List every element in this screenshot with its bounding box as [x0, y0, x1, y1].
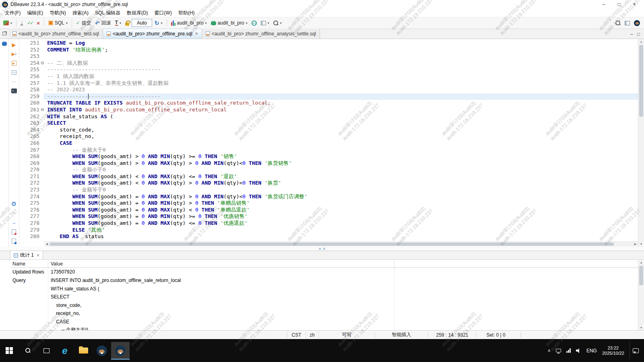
collapse-down-icon[interactable]: ∨	[323, 247, 326, 251]
save-button[interactable]: ↓	[19, 18, 25, 28]
code-line[interactable]: -- 二、插入数据	[43, 60, 638, 67]
chevron-down-icon[interactable]: ▾	[280, 21, 282, 25]
menu-item[interactable]: 帮助(H)	[175, 9, 198, 17]
rollback-button[interactable]: ↶ 回滚	[94, 18, 113, 28]
code-line[interactable]: ------------------------------------	[43, 93, 638, 100]
tray-expand-icon[interactable]: ∧	[547, 348, 551, 353]
chevron-down-icon[interactable]: ▾	[120, 21, 121, 25]
scroll-right-icon[interactable]: ▶	[633, 242, 638, 247]
code-line[interactable]: INSERT INTO audit_bi_pro.custom_offline_…	[43, 107, 638, 113]
code-line[interactable]: -- 1 插入国内数据	[43, 73, 638, 80]
commit-button[interactable]: ✓ 提交	[74, 18, 93, 28]
lock-button[interactable]	[124, 18, 131, 28]
table-row[interactable]: QueryINSERT INTO audit_bi_pro.custom_off…	[10, 276, 638, 330]
close-results-tab-icon[interactable]: ×	[37, 253, 39, 258]
menu-item[interactable]: 编辑(E)	[24, 9, 46, 17]
close-button[interactable]: ×	[627, 0, 642, 8]
code-line[interactable]: COMMENT '结算比例表';	[43, 47, 638, 53]
new-connection-button[interactable]: ▾	[2, 18, 14, 28]
dbeaver-taskbar-button-active[interactable]	[111, 342, 130, 360]
code-line[interactable]: ELSE '其他'	[43, 227, 638, 234]
code-line[interactable]: TRUNCATE TABLE IF EXISTS audit_bi_pro.cu…	[43, 100, 638, 107]
chevron-down-icon[interactable]: ▾	[246, 21, 248, 25]
code-line[interactable]: WHEN SUM(goods_amt) < 0 AND MAX(qty) <= …	[43, 173, 638, 180]
menu-item[interactable]: 导航(N)	[46, 9, 69, 17]
code-line[interactable]: ENGINE = Log	[43, 40, 638, 47]
autocommit-mode-select[interactable]: Auto	[132, 19, 152, 27]
panel-splitter[interactable]: ∧ ∨	[0, 247, 644, 251]
task-view-button[interactable]	[37, 342, 56, 360]
code-line[interactable]: -- 金额小于0	[43, 167, 638, 173]
language-indicator[interactable]: ENG	[586, 348, 597, 354]
start-button[interactable]	[0, 342, 19, 360]
device-tray-icon[interactable]	[556, 349, 561, 352]
editor-tab[interactable]: <audit_bi_pro> zhumr_offline_pre.sql×	[103, 29, 202, 39]
code-area[interactable]: ENGINE = LogCOMMENT '结算比例表';-- 二、插入数据---…	[43, 39, 638, 241]
export-button[interactable]: →	[10, 219, 18, 226]
column-header-value[interactable]: Value	[48, 260, 394, 267]
code-line[interactable]: WHEN SUM(goods_amt) > 0 AND MIN(qty) >= …	[43, 153, 638, 160]
edge-button[interactable]: e	[56, 342, 74, 360]
table-row[interactable]: Updated Rows173507920	[10, 268, 638, 276]
chevron-down-icon[interactable]: ▾	[161, 21, 163, 25]
code-line[interactable]: WITH sale_status AS (	[43, 113, 638, 120]
vertical-scrollbar[interactable]: ▲ ▼	[638, 39, 644, 247]
code-line[interactable]: WHEN SUM(goods_amt) > 0 AND MAX(qty) > 0…	[43, 160, 638, 167]
chevron-down-icon[interactable]: ▾	[10, 21, 12, 25]
scroll-up-icon[interactable]: ▲	[638, 260, 644, 265]
scroll-down-icon[interactable]: ▼	[638, 241, 644, 247]
horizontal-scroll-thumb[interactable]	[50, 243, 614, 246]
code-line[interactable]: -- 2022-2023	[43, 86, 638, 93]
code-line[interactable]: -- 金额大于0	[43, 147, 638, 154]
code-line[interactable]	[43, 53, 638, 60]
code-line[interactable]: receipt_no,	[43, 133, 638, 140]
open-console-button[interactable]: >_	[10, 88, 18, 94]
minimize-panel-icon[interactable]: –	[630, 31, 633, 37]
open-perspective-icon[interactable]	[625, 21, 630, 25]
menu-item[interactable]: 文件(F)	[2, 9, 24, 17]
code-line[interactable]: WHEN SUM(goods_amt) = 0 AND MIN(qty) > 0…	[43, 200, 638, 207]
column-header-name[interactable]: Name	[10, 260, 48, 267]
code-line[interactable]: WHEN SUM(goods_amt) = 0 AND MAX(qty) <= …	[43, 220, 638, 227]
results-scroll-thumb[interactable]	[639, 266, 643, 285]
menu-item[interactable]: 数据库(D)	[124, 9, 151, 17]
scroll-down-icon[interactable]: ▼	[638, 325, 644, 330]
chevron-down-icon[interactable]: ▾	[205, 21, 207, 25]
network-icon[interactable]	[566, 348, 571, 353]
editor-tab[interactable]: <audit_bi_pro> zhumr_offline_test.sql	[9, 29, 103, 39]
code-line[interactable]: WHEN SUM(goods_amt) = 0 AND MIN(qty) >= …	[43, 213, 638, 220]
refresh-button[interactable]: ↻ ▾	[153, 18, 164, 28]
code-line[interactable]: END AS status	[43, 233, 638, 240]
schema-selector[interactable]: audit_bi_pro ▾	[209, 18, 249, 28]
maximize-panel-icon[interactable]: □	[637, 31, 640, 37]
code-line[interactable]: SELECT	[43, 120, 638, 127]
scroll-up-icon[interactable]: ▲	[638, 39, 644, 44]
results-scrollbar[interactable]: ▲ ▼	[638, 260, 644, 330]
settings-button[interactable]: ⚙	[10, 201, 18, 207]
maximize-button[interactable]: □	[611, 0, 627, 8]
dbeaver-taskbar-button[interactable]	[93, 342, 111, 360]
save-all-button[interactable]: ✓✓	[25, 18, 34, 28]
notification-center-button[interactable]	[630, 342, 642, 360]
network-profile-button[interactable]	[250, 18, 258, 28]
code-line[interactable]: store_code,	[43, 127, 638, 134]
collapse-up-icon[interactable]: ∧	[318, 247, 321, 251]
file-output-button[interactable]	[10, 238, 18, 244]
taskbar-search-button[interactable]	[19, 342, 37, 360]
menu-item[interactable]: 窗口(W)	[151, 9, 175, 17]
menu-item[interactable]: SQL 编辑器	[92, 9, 124, 17]
code-line[interactable]: WHEN SUM(goods_amt) < 0 AND MAX(qty) > 0…	[43, 180, 638, 187]
menu-item[interactable]: 搜索(A)	[69, 9, 92, 17]
horizontal-scrollbar[interactable]: ◀ ▶	[44, 241, 638, 247]
volume-icon[interactable]	[576, 348, 581, 353]
revert-button[interactable]: ×	[35, 18, 41, 28]
search-menu-button[interactable]: ▾	[272, 18, 283, 28]
transaction-log-button[interactable]: T ▾	[114, 18, 123, 28]
code-line[interactable]: -- 金额等于0	[43, 187, 638, 193]
save-file-button[interactable]	[10, 228, 18, 235]
vertical-scroll-thumb[interactable]	[639, 45, 643, 117]
scroll-left-icon[interactable]: ◀	[44, 242, 50, 247]
execute-script-button[interactable]: ▶	[10, 51, 18, 57]
restore-views-button[interactable]	[0, 29, 9, 39]
close-tab-icon[interactable]: ×	[195, 31, 198, 37]
